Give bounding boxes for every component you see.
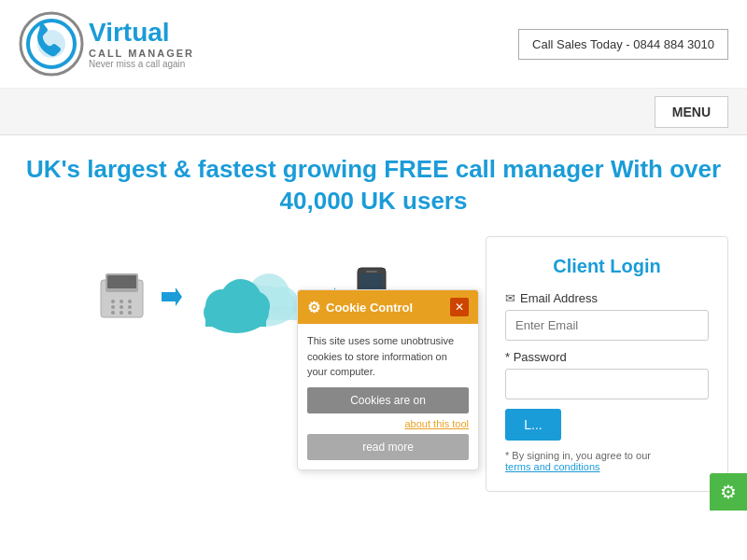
cookies-are-on-button[interactable]: Cookies are on <box>307 387 469 413</box>
login-button[interactable]: L... <box>505 409 561 441</box>
cookie-header-title: ⚙ Cookie Control <box>307 299 413 316</box>
email-label: ✉ Email Address <box>505 291 709 305</box>
terms-text: * By signing in, you agree to our terms … <box>505 450 709 472</box>
bottom-gear-button[interactable]: ⚙ <box>710 473 747 511</box>
close-icon: ✕ <box>455 301 464 314</box>
password-input[interactable] <box>505 369 709 399</box>
headline: UK's largest & fastest growing FREE call… <box>19 154 728 217</box>
email-input[interactable] <box>505 310 709 341</box>
svg-point-12 <box>111 311 115 315</box>
about-tool-link[interactable]: about this tool <box>307 418 469 429</box>
svg-rect-31 <box>366 271 377 273</box>
login-panel: Client Login ✉ Email Address * Password … <box>486 236 728 492</box>
cookie-header: ⚙ Cookie Control ✕ <box>298 290 478 324</box>
desk-phone-icon <box>96 266 148 327</box>
svg-rect-5 <box>107 275 136 288</box>
password-label: * Password <box>505 350 709 364</box>
logo-virtual-text: Virtual <box>89 18 170 47</box>
header: Virtual CALL MANAGER Never miss a call a… <box>0 0 747 89</box>
logo-text: Virtual CALL MANAGER Never miss a call a… <box>89 20 194 69</box>
cookie-body: This site uses some unobtrusive cookies … <box>298 324 478 469</box>
call-sales-button[interactable]: Call Sales Today - 0844 884 3010 <box>518 29 728 60</box>
arrow-right-icon <box>157 283 185 311</box>
cloud-graphic <box>194 255 306 339</box>
cookie-close-button[interactable]: ✕ <box>450 298 469 316</box>
svg-point-13 <box>120 311 123 315</box>
svg-point-9 <box>111 305 115 309</box>
svg-point-11 <box>128 305 132 309</box>
logo-area: Virtual CALL MANAGER Never miss a call a… <box>19 11 194 77</box>
svg-point-7 <box>120 300 123 303</box>
logo-icon <box>19 11 84 77</box>
login-title: Client Login <box>505 256 709 277</box>
cookie-popup: ⚙ Cookie Control ✕ This site uses some u… <box>297 289 479 470</box>
main-content: UK's largest & fastest growing FREE call… <box>0 135 747 511</box>
mail-icon: ✉ <box>505 291 515 305</box>
logo-sub: CALL MANAGER <box>89 48 194 59</box>
gear-icon-bottom: ⚙ <box>720 481 737 503</box>
svg-marker-15 <box>162 287 182 306</box>
navbar: MENU <box>0 89 747 135</box>
read-more-button[interactable]: read more <box>307 434 469 460</box>
svg-point-8 <box>128 300 132 303</box>
gear-icon: ⚙ <box>307 299 320 316</box>
cookie-text: This site uses some unobtrusive cookies … <box>307 333 469 380</box>
svg-point-10 <box>120 305 123 309</box>
logo-tagline: Never miss a call again <box>89 59 194 69</box>
svg-rect-25 <box>205 313 266 327</box>
terms-link[interactable]: terms and conditions <box>505 461 600 472</box>
svg-point-14 <box>128 311 132 315</box>
svg-point-6 <box>111 300 115 303</box>
menu-button[interactable]: MENU <box>655 96 728 128</box>
